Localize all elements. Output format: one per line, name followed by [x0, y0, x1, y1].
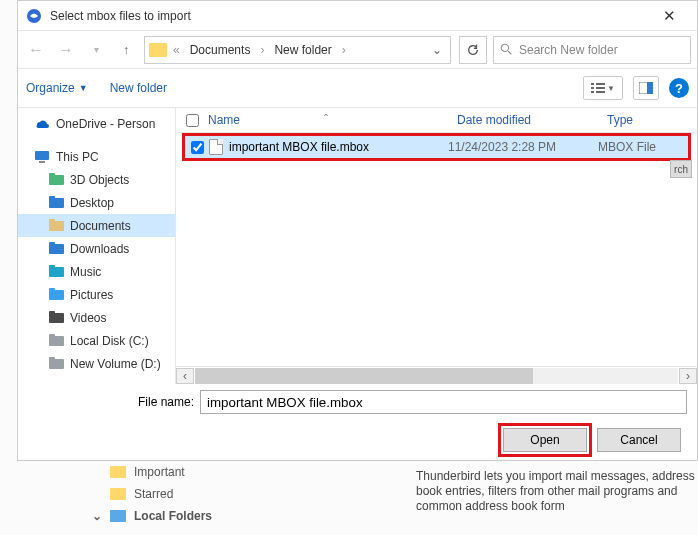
svg-rect-10: [647, 82, 653, 94]
file-dialog: Select mbox files to import ✕ ← → ▾ ↑ « …: [17, 0, 698, 461]
svg-rect-5: [591, 91, 594, 93]
bg-item[interactable]: Starred: [134, 487, 173, 501]
tree-item[interactable]: Music: [18, 260, 175, 283]
tree-item[interactable]: New Volume (D:): [18, 352, 175, 375]
sort-icon: ˆ: [324, 113, 328, 127]
folder-icon: [48, 310, 64, 326]
scroll-left-icon[interactable]: ‹: [176, 368, 194, 384]
column-date[interactable]: Date modified: [457, 113, 607, 127]
onedrive-icon: [34, 116, 50, 132]
forward-button[interactable]: →: [54, 38, 78, 62]
folder-icon: [48, 218, 64, 234]
monitor-icon: [34, 149, 50, 165]
search-placeholder: Search New folder: [519, 43, 618, 57]
svg-point-1: [501, 44, 508, 51]
address-dropdown[interactable]: ⌄: [428, 43, 446, 57]
svg-rect-30: [49, 357, 55, 361]
tree-item[interactable]: Documents: [18, 214, 175, 237]
svg-rect-18: [49, 219, 55, 223]
tree-item[interactable]: 3D Objects: [18, 168, 175, 191]
preview-pane-toggle[interactable]: [633, 76, 659, 100]
address-bar[interactable]: « Documents › New folder › ⌄: [144, 36, 451, 64]
svg-rect-26: [49, 311, 55, 315]
folder-icon: [48, 287, 64, 303]
tree-item[interactable]: Videos: [18, 306, 175, 329]
svg-rect-24: [49, 288, 55, 292]
svg-rect-11: [35, 151, 49, 160]
close-button[interactable]: ✕: [649, 2, 689, 30]
organize-menu[interactable]: Organize▼: [26, 81, 88, 95]
folder-icon: [48, 172, 64, 188]
horizontal-scrollbar[interactable]: ‹ ›: [176, 366, 697, 384]
tree-thispc[interactable]: This PC: [18, 145, 175, 168]
folder-icon: [48, 241, 64, 257]
breadcrumb[interactable]: New folder: [270, 41, 335, 59]
svg-rect-8: [596, 91, 605, 93]
bg-item[interactable]: Important: [134, 465, 185, 479]
refresh-button[interactable]: [459, 36, 487, 64]
bg-text: Thunderbird lets you import mail message…: [416, 469, 698, 514]
svg-rect-6: [596, 83, 605, 85]
open-button[interactable]: Open: [503, 428, 587, 452]
tree-onedrive[interactable]: OneDrive - Person: [18, 112, 175, 135]
back-button[interactable]: ←: [24, 38, 48, 62]
svg-rect-7: [596, 87, 605, 89]
navigation-tree: OneDrive - Person This PC 3D ObjectsDesk…: [18, 108, 176, 384]
up-button[interactable]: ↑: [114, 38, 138, 62]
svg-rect-4: [591, 87, 594, 89]
folder-icon: [48, 195, 64, 211]
chevron-right-icon: ›: [258, 43, 266, 57]
search-input[interactable]: Search New folder: [493, 36, 691, 64]
tree-item[interactable]: Desktop: [18, 191, 175, 214]
tree-item[interactable]: Pictures: [18, 283, 175, 306]
svg-rect-12: [39, 161, 45, 163]
preview-icon: [639, 82, 653, 94]
help-button[interactable]: ?: [669, 78, 689, 98]
column-type[interactable]: Type: [607, 113, 697, 127]
recent-dropdown[interactable]: ▾: [84, 38, 108, 62]
cancel-button[interactable]: Cancel: [597, 428, 681, 452]
file-list: important MBOX file.mbox 11/24/2023 2:28…: [176, 133, 697, 366]
svg-rect-22: [49, 265, 55, 269]
highlight-annotation: [182, 133, 691, 161]
view-options[interactable]: ▼: [583, 76, 623, 100]
search-icon: [500, 43, 513, 56]
svg-rect-16: [49, 196, 55, 200]
svg-rect-3: [591, 83, 594, 85]
breadcrumb[interactable]: Documents: [186, 41, 255, 59]
thunderbird-icon: [26, 8, 42, 24]
svg-line-2: [508, 51, 511, 54]
select-all-checkbox[interactable]: [186, 114, 199, 127]
folder-icon: [48, 333, 64, 349]
folder-icon: [149, 43, 167, 57]
filename-input[interactable]: [200, 390, 687, 414]
svg-rect-14: [49, 173, 55, 177]
scroll-right-icon[interactable]: ›: [679, 368, 697, 384]
column-name[interactable]: Nameˆ: [202, 113, 457, 127]
svg-rect-28: [49, 334, 55, 338]
folder-icon: [48, 264, 64, 280]
chevron-down-icon[interactable]: ⌄: [92, 509, 102, 523]
list-icon: [591, 82, 605, 94]
dialog-title: Select mbox files to import: [50, 9, 649, 23]
svg-rect-20: [49, 242, 55, 246]
chevron-right-icon: ›: [340, 43, 348, 57]
filename-label: File name:: [138, 395, 194, 409]
new-folder-button[interactable]: New folder: [110, 81, 167, 95]
bg-item[interactable]: Local Folders: [134, 509, 212, 523]
rch-stub: rch: [670, 160, 692, 178]
tree-item[interactable]: Local Disk (C:): [18, 329, 175, 352]
folder-icon: [48, 356, 64, 372]
chevron-left-icon[interactable]: «: [171, 43, 182, 57]
tree-item[interactable]: Downloads: [18, 237, 175, 260]
file-icon: [209, 139, 223, 155]
